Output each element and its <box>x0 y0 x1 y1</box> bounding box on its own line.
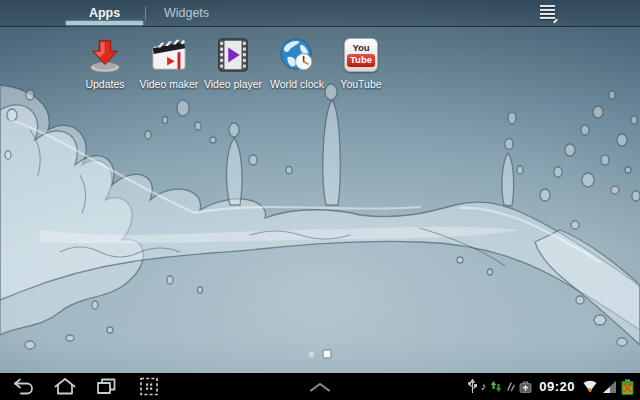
home-icon <box>53 377 77 396</box>
menu-bar-line <box>540 5 555 7</box>
back-button[interactable] <box>10 377 36 397</box>
app-label: Video player <box>204 78 262 90</box>
signal-strength-icon <box>602 380 617 394</box>
wifi-icon <box>582 379 598 394</box>
recent-apps-button[interactable] <box>94 377 120 397</box>
status-tray[interactable]: ♪ 09:20 <box>468 373 634 400</box>
app-label: YouTube <box>340 78 381 90</box>
screen-capture-button[interactable] <box>136 377 162 397</box>
back-icon <box>11 377 35 396</box>
chevron-up-icon <box>309 382 331 392</box>
updates-icon <box>86 36 124 74</box>
app-label: World clock <box>270 78 324 90</box>
app-label: Updates <box>85 78 124 90</box>
app-drawer-tabbar: Apps Widgets <box>0 0 640 27</box>
nav-buttons <box>10 377 162 397</box>
video-maker-icon <box>150 36 188 74</box>
youtube-icon: You Tube <box>344 38 378 72</box>
home-button[interactable] <box>52 377 78 397</box>
world-clock-icon <box>278 36 316 74</box>
menu-corner-tick <box>553 19 558 24</box>
youtube-icon-text-top: You <box>352 43 369 53</box>
secure-upload-icon <box>519 380 532 393</box>
page-dot-1[interactable] <box>309 352 314 357</box>
system-navbar: ♪ 09:20 <box>0 373 640 400</box>
music-note-icon: ♪ <box>481 381 487 392</box>
app-video-player[interactable]: Video player <box>201 36 265 90</box>
tab-apps-label: Apps <box>89 6 120 20</box>
menu-bar-line <box>540 13 555 15</box>
data-traffic-icon <box>490 380 502 393</box>
tab-widgets-label: Widgets <box>164 6 209 20</box>
tab-widgets[interactable]: Widgets <box>146 0 227 26</box>
apps-grid: Updates Video maker <box>73 36 393 90</box>
recent-apps-icon <box>95 377 119 396</box>
menu-bar-line <box>540 9 555 11</box>
screen-capture-icon <box>137 377 161 396</box>
sync-icon <box>506 381 515 392</box>
active-tab-underline <box>66 21 143 25</box>
view-options-menu-icon[interactable] <box>538 5 558 22</box>
battery-icon <box>621 379 634 395</box>
menu-bar-line <box>540 17 555 19</box>
app-updates[interactable]: Updates <box>73 36 137 90</box>
tab-apps[interactable]: Apps <box>64 0 145 26</box>
app-label: Video maker <box>140 78 199 90</box>
page-indicator <box>0 348 640 360</box>
video-player-icon <box>214 36 252 74</box>
usb-icon <box>468 379 477 394</box>
app-youtube[interactable]: You Tube YouTube <box>329 36 393 90</box>
app-world-clock[interactable]: World clock <box>265 36 329 90</box>
page-dot-2-active[interactable] <box>323 350 331 358</box>
home-screen: Apps Widgets Updates <box>0 0 640 400</box>
youtube-icon-text-bottom: Tube <box>347 54 375 67</box>
quick-launch-handle[interactable] <box>296 373 344 400</box>
clock-time: 09:20 <box>539 379 575 394</box>
app-video-maker[interactable]: Video maker <box>137 36 201 90</box>
